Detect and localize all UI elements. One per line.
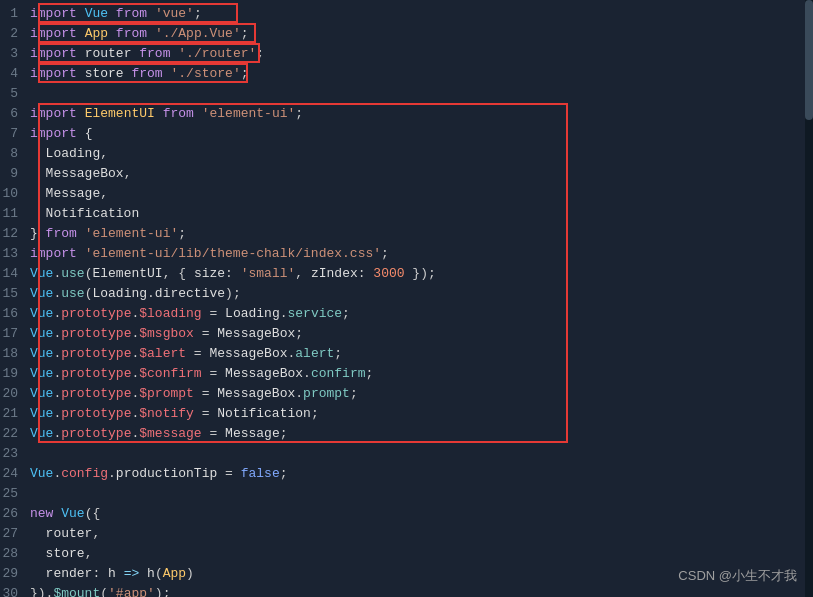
code-content: import 'element-ui/lib/theme-chalk/index…: [30, 244, 805, 264]
line-number: 8: [0, 144, 30, 164]
line-number: 22: [0, 424, 30, 444]
line-number: 30: [0, 584, 30, 597]
line-number: 14: [0, 264, 30, 284]
code-content: Vue.prototype.$prompt = MessageBox.promp…: [30, 384, 805, 404]
line-number: 5: [0, 84, 30, 104]
code-content: [30, 484, 805, 504]
line-number: 15: [0, 284, 30, 304]
code-line: 30}).$mount('#app');: [0, 584, 813, 597]
line-number: 13: [0, 244, 30, 264]
line-number: 17: [0, 324, 30, 344]
line-number: 11: [0, 204, 30, 224]
line-number: 4: [0, 64, 30, 84]
code-line: 2import App from './App.Vue';: [0, 24, 813, 44]
code-content: import router from './router';: [30, 44, 805, 64]
code-content: [30, 444, 805, 464]
scrollbar[interactable]: [805, 0, 813, 597]
line-number: 10: [0, 184, 30, 204]
code-line: 8 Loading,: [0, 144, 813, 164]
line-number: 6: [0, 104, 30, 124]
code-line: 15Vue.use(Loading.directive);: [0, 284, 813, 304]
code-line: 7import {: [0, 124, 813, 144]
line-number: 12: [0, 224, 30, 244]
code-content: router,: [30, 524, 805, 544]
code-line: 21Vue.prototype.$notify = Notification;: [0, 404, 813, 424]
line-number: 7: [0, 124, 30, 144]
line-number: 3: [0, 44, 30, 64]
code-line: 16Vue.prototype.$loading = Loading.servi…: [0, 304, 813, 324]
code-content: import ElementUI from 'element-ui';: [30, 104, 805, 124]
code-line: 22Vue.prototype.$message = Message;: [0, 424, 813, 444]
code-line: 24Vue.config.productionTip = false;: [0, 464, 813, 484]
code-content: import App from './App.Vue';: [30, 24, 805, 44]
code-line: 11 Notification: [0, 204, 813, 224]
line-number: 20: [0, 384, 30, 404]
code-line: 23: [0, 444, 813, 464]
line-number: 18: [0, 344, 30, 364]
scrollbar-thumb[interactable]: [805, 0, 813, 120]
code-content: Notification: [30, 204, 805, 224]
line-number: 19: [0, 364, 30, 384]
code-editor: 1import Vue from 'vue';2import App from …: [0, 0, 813, 597]
code-line: 3import router from './router';: [0, 44, 813, 64]
code-content: Vue.use(Loading.directive);: [30, 284, 805, 304]
code-line: 10 Message,: [0, 184, 813, 204]
code-line: 20Vue.prototype.$prompt = MessageBox.pro…: [0, 384, 813, 404]
line-number: 26: [0, 504, 30, 524]
line-number: 28: [0, 544, 30, 564]
code-content: Vue.prototype.$message = Message;: [30, 424, 805, 444]
code-content: store,: [30, 544, 805, 564]
code-content: [30, 84, 805, 104]
code-content: import store from './store';: [30, 64, 805, 84]
code-line: 4import store from './store';: [0, 64, 813, 84]
code-content: Loading,: [30, 144, 805, 164]
code-line: 19Vue.prototype.$confirm = MessageBox.co…: [0, 364, 813, 384]
line-number: 29: [0, 564, 30, 584]
code-content: import {: [30, 124, 805, 144]
code-content: Vue.prototype.$msgbox = MessageBox;: [30, 324, 805, 344]
code-content: }).$mount('#app');: [30, 584, 805, 597]
line-number: 2: [0, 24, 30, 44]
code-content: new Vue({: [30, 504, 805, 524]
line-number: 1: [0, 4, 30, 24]
line-number: 25: [0, 484, 30, 504]
code-content: Vue.prototype.$notify = Notification;: [30, 404, 805, 424]
code-line: 6import ElementUI from 'element-ui';: [0, 104, 813, 124]
line-number: 9: [0, 164, 30, 184]
code-content: MessageBox,: [30, 164, 805, 184]
code-content: Vue.prototype.$alert = MessageBox.alert;: [30, 344, 805, 364]
code-line: 14Vue.use(ElementUI, { size: 'small', zI…: [0, 264, 813, 284]
code-content: Message,: [30, 184, 805, 204]
code-content: } from 'element-ui';: [30, 224, 805, 244]
line-number: 24: [0, 464, 30, 484]
line-number: 21: [0, 404, 30, 424]
code-line: 5: [0, 84, 813, 104]
code-line: 27 router,: [0, 524, 813, 544]
code-line: 13import 'element-ui/lib/theme-chalk/ind…: [0, 244, 813, 264]
code-content: import Vue from 'vue';: [30, 4, 805, 24]
code-content: Vue.use(ElementUI, { size: 'small', zInd…: [30, 264, 805, 284]
line-number: 16: [0, 304, 30, 324]
code-content: Vue.prototype.$confirm = MessageBox.conf…: [30, 364, 805, 384]
code-line: 9 MessageBox,: [0, 164, 813, 184]
code-line: 26new Vue({: [0, 504, 813, 524]
code-line: 12} from 'element-ui';: [0, 224, 813, 244]
line-number: 23: [0, 444, 30, 464]
code-content: Vue.prototype.$loading = Loading.service…: [30, 304, 805, 324]
code-line: 17Vue.prototype.$msgbox = MessageBox;: [0, 324, 813, 344]
code-line: 28 store,: [0, 544, 813, 564]
line-number: 27: [0, 524, 30, 544]
watermark: CSDN @小生不才我: [678, 567, 797, 585]
code-content: Vue.config.productionTip = false;: [30, 464, 805, 484]
code-line: 25: [0, 484, 813, 504]
code-line: 18Vue.prototype.$alert = MessageBox.aler…: [0, 344, 813, 364]
code-line: 1import Vue from 'vue';: [0, 4, 813, 24]
